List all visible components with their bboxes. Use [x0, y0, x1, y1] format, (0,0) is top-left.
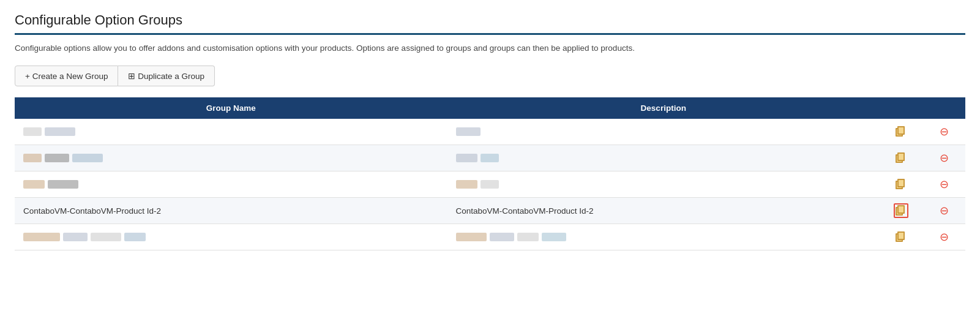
delete-icon[interactable]: ⊖	[937, 230, 951, 244]
description-cell: ContaboVM-ContaboVM-Product Id-2	[447, 198, 880, 224]
copy-icon[interactable]	[894, 203, 908, 218]
group-name-cell	[15, 145, 447, 171]
duplicate-group-button[interactable]: ⊞ Duplicate a Group	[118, 66, 215, 86]
delete-action-cell: ⊖	[922, 171, 965, 198]
delete-icon[interactable]: ⊖	[937, 203, 951, 218]
copy-action-cell	[880, 145, 922, 171]
group-name-header: Group Name	[15, 97, 447, 119]
table-row: ⊖	[15, 145, 965, 171]
table-row: ContaboVM-ContaboVM-Product Id-2ContaboV…	[15, 198, 965, 224]
group-name-cell	[15, 119, 447, 145]
copy-icon[interactable]	[894, 124, 908, 139]
delete-action-cell: ⊖	[922, 224, 965, 250]
actions-header-1	[880, 97, 922, 119]
description-header: Description	[447, 97, 880, 119]
copy-action-cell	[880, 224, 922, 250]
delete-icon[interactable]: ⊖	[937, 124, 951, 139]
description-cell	[447, 145, 880, 171]
table-row: ⊖	[15, 171, 965, 198]
group-name-cell	[15, 224, 447, 250]
group-name-cell: ContaboVM-ContaboVM-Product Id-2	[15, 198, 447, 224]
copy-action-cell	[880, 119, 922, 145]
create-new-group-button[interactable]: + Create a New Group	[15, 66, 118, 86]
delete-action-cell: ⊖	[922, 145, 965, 171]
copy-icon[interactable]	[894, 230, 908, 244]
copy-icon[interactable]	[894, 151, 908, 165]
copy-action-cell	[880, 171, 922, 198]
description-cell	[447, 224, 880, 250]
copy-icon[interactable]	[894, 177, 908, 192]
table-row: ⊖	[15, 224, 965, 250]
delete-icon[interactable]: ⊖	[937, 151, 951, 165]
copy-action-cell	[880, 198, 922, 224]
delete-icon[interactable]: ⊖	[937, 177, 951, 192]
group-name-cell	[15, 171, 447, 198]
groups-table: Group Name Description ⊖ ⊖ ⊖ContaboVM-Co…	[15, 97, 965, 250]
table-row: ⊖	[15, 119, 965, 145]
page-description: Configurable options allow you to offer …	[15, 42, 965, 55]
page-title: Configurable Option Groups	[15, 12, 965, 35]
delete-action-cell: ⊖	[922, 119, 965, 145]
action-buttons: + Create a New Group ⊞ Duplicate a Group	[15, 66, 965, 86]
description-cell	[447, 171, 880, 198]
description-cell	[447, 119, 880, 145]
delete-action-cell: ⊖	[922, 198, 965, 224]
actions-header-2	[922, 97, 965, 119]
